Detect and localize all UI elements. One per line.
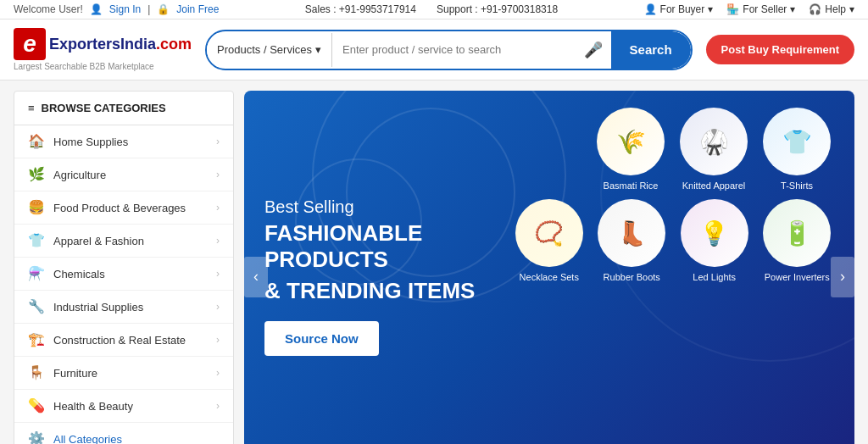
construction-label: Construction & Real Estate — [53, 334, 186, 347]
furniture-label: Furniture — [53, 367, 97, 380]
product-item-tshirts[interactable]: 👕 T-Shirts — [760, 108, 834, 191]
signin-link[interactable]: Sign In — [109, 3, 141, 15]
health-label: Health & Beauty — [53, 400, 133, 413]
product-row-1: 🌾 Basmati Rice 🥋 Knitted Apparel 👕 T-Shi… — [512, 108, 834, 191]
arrow-icon: › — [216, 334, 220, 346]
knitted-apparel-label: Knitted Apparel — [682, 180, 746, 191]
sales-text: Sales : +91-9953717914 — [305, 3, 416, 15]
top-bar-left: Welcome User! 👤 Sign In | 🔒 Join Free — [14, 3, 219, 15]
search-category-dropdown[interactable]: Products / Services ▾ — [207, 33, 332, 67]
power-inverters-label: Power Inverters — [765, 272, 830, 282]
banner-right: 🌾 Basmati Rice 🥋 Knitted Apparel 👕 T-Shi… — [512, 108, 834, 444]
arrow-icon: › — [216, 235, 220, 247]
product-item-knitted-apparel[interactable]: 🥋 Knitted Apparel — [676, 108, 751, 191]
main-content: ≡ BROWSE CATEGORIES 🏠 Home Supplies › 🌿 … — [0, 80, 868, 444]
necklace-sets-image: 📿 — [515, 199, 583, 267]
help-link[interactable]: 🎧 Help ▾ — [809, 3, 854, 15]
construction-icon: 🏗️ — [28, 331, 45, 348]
agriculture-label: Agriculture — [53, 169, 106, 181]
sidebar-item-apparel-fashion[interactable]: 👕 Apparel & Fashion › — [14, 225, 233, 258]
arrow-icon: › — [216, 202, 220, 214]
basmati-rice-image: 🌾 — [597, 108, 665, 175]
logo-subtitle: Largest Searchable B2B Marketplace — [14, 62, 192, 71]
product-item-led-lights[interactable]: 💡 Led Lights — [677, 199, 752, 282]
for-seller-link[interactable]: 🏪 For Seller ▾ — [726, 3, 795, 15]
industrial-label: Industrial Supplies — [53, 301, 143, 314]
top-bar: Welcome User! 👤 Sign In | 🔒 Join Free Sa… — [0, 0, 868, 19]
search-input[interactable] — [332, 33, 575, 67]
necklace-sets-label: Necklace Sets — [520, 272, 579, 282]
welcome-text: Welcome User! — [14, 3, 83, 15]
sidebar-item-health-beauty[interactable]: 💊 Health & Beauty › — [14, 390, 233, 423]
sidebar-item-all-categories[interactable]: ⚙️ All Categories — [14, 423, 233, 444]
sidebar-item-food-beverages[interactable]: 🍔 Food Product & Beverages › — [14, 191, 233, 225]
lock-icon: 🔒 — [157, 3, 170, 15]
logo-top: e ExportersIndia.com — [14, 28, 192, 60]
search-category-label: Products / Services — [217, 43, 312, 56]
furniture-icon: 🪑 — [28, 364, 45, 381]
user-icon: 👤 — [90, 3, 103, 15]
logo-name-text: ExportersIndia.com — [49, 36, 192, 53]
product-item-rubber-boots[interactable]: 👢 Rubber Boots — [595, 199, 670, 282]
chemicals-label: Chemicals — [53, 268, 105, 280]
help-chevron: ▾ — [849, 3, 854, 15]
basmati-rice-label: Basmati Rice — [604, 180, 659, 191]
power-inverters-image: 🔋 — [763, 199, 831, 267]
sidebar-title: ≡ BROWSE CATEGORIES — [14, 92, 233, 125]
sidebar: ≡ BROWSE CATEGORIES 🏠 Home Supplies › 🌿 … — [14, 91, 234, 444]
sidebar-item-agriculture[interactable]: 🌿 Agriculture › — [14, 158, 233, 191]
tshirts-label: T-Shirts — [781, 180, 813, 191]
banner-left: Best Selling FASHIONABLE PRODUCTS & TREN… — [264, 108, 512, 444]
joinfree-link[interactable]: Join Free — [176, 3, 219, 15]
for-buyer-link[interactable]: 👤 For Buyer ▾ — [644, 3, 714, 15]
search-button[interactable]: Search — [611, 31, 691, 69]
banner-title-big2: & TRENDING ITEMS — [264, 278, 495, 304]
logo: e ExportersIndia.com Largest Searchable … — [14, 28, 192, 71]
source-now-button[interactable]: Source Now — [264, 321, 379, 356]
banner-area: ‹ Best Selling FASHIONABLE PRODUCTS & TR… — [244, 91, 854, 444]
health-icon: 💊 — [28, 397, 45, 414]
dropdown-chevron-icon: ▾ — [315, 43, 321, 56]
buyer-chevron: ▾ — [708, 3, 713, 15]
menu-lines-icon: ≡ — [28, 102, 35, 114]
chemicals-icon: ⚗️ — [28, 265, 45, 282]
agriculture-icon: 🌿 — [28, 166, 45, 183]
logo-tld: .com — [156, 36, 192, 53]
knitted-apparel-image: 🥋 — [680, 108, 748, 175]
arrow-icon: › — [216, 367, 220, 379]
buyer-icon: 👤 — [644, 3, 657, 15]
product-item-necklace-sets[interactable]: 📿 Necklace Sets — [512, 199, 587, 282]
rubber-boots-image: 👢 — [598, 199, 665, 267]
help-icon: 🎧 — [809, 3, 821, 15]
led-lights-image: 💡 — [681, 199, 748, 267]
product-row-2: 📿 Necklace Sets 👢 Rubber Boots 💡 Led Lig… — [512, 199, 834, 282]
sidebar-item-chemicals[interactable]: ⚗️ Chemicals › — [14, 258, 233, 291]
seller-icon: 🏪 — [726, 3, 739, 15]
microphone-icon[interactable]: 🎤 — [576, 41, 611, 59]
tshirts-image: 👕 — [763, 108, 831, 175]
arrow-icon: › — [216, 400, 220, 412]
sidebar-item-industrial-supplies[interactable]: 🔧 Industrial Supplies › — [14, 291, 233, 324]
sidebar-item-home-supplies[interactable]: 🏠 Home Supplies › — [14, 125, 233, 158]
rubber-boots-label: Rubber Boots — [604, 272, 660, 282]
banner-title-small: Best Selling — [264, 197, 495, 217]
home-supplies-label: Home Supplies — [53, 136, 128, 148]
led-lights-label: Led Lights — [693, 272, 736, 282]
food-beverages-label: Food Product & Beverages — [53, 202, 186, 214]
apparel-label: Apparel & Fashion — [53, 235, 144, 247]
sidebar-item-construction[interactable]: 🏗️ Construction & Real Estate › — [14, 324, 233, 357]
arrow-icon: › — [216, 301, 220, 313]
all-categories-icon: ⚙️ — [28, 430, 45, 444]
product-item-basmati-rice[interactable]: 🌾 Basmati Rice — [593, 108, 668, 191]
logo-exporters: ExportersIndia — [49, 36, 156, 53]
apparel-icon: 👕 — [28, 232, 45, 249]
product-item-power-inverters[interactable]: 🔋 Power Inverters — [760, 199, 835, 282]
banner-content: Best Selling FASHIONABLE PRODUCTS & TREN… — [244, 91, 854, 444]
post-buy-requirement-button[interactable]: Post Buy Requirement — [706, 35, 854, 64]
arrow-icon: › — [216, 169, 220, 180]
banner-next-button[interactable]: › — [831, 257, 854, 297]
arrow-icon: › — [216, 268, 220, 280]
logo-e-letter: e — [14, 28, 46, 60]
top-bar-center: Sales : +91-9953717914 Support : +91-970… — [305, 3, 558, 15]
sidebar-item-furniture[interactable]: 🪑 Furniture › — [14, 357, 233, 390]
